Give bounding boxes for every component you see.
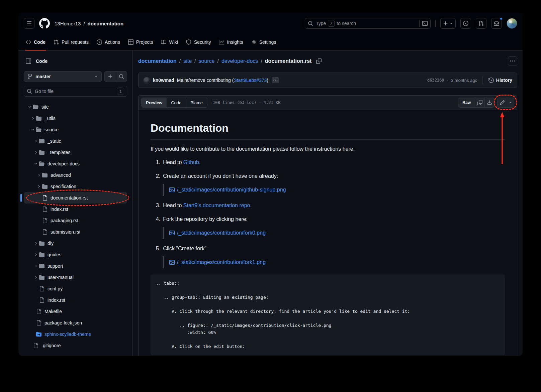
step-number: 4. bbox=[156, 215, 160, 223]
tree-actions-group bbox=[104, 71, 127, 82]
search-placeholder-prefix: Type bbox=[316, 21, 326, 26]
repo-name-link[interactable]: documentation bbox=[88, 21, 124, 26]
breadcrumb-segment-documentation[interactable]: documentation bbox=[138, 58, 177, 64]
branch-row: master bbox=[24, 71, 127, 82]
attachment-blockquote: /_static/images/contribution/fork1.png bbox=[163, 256, 505, 268]
commit-message-link[interactable]: Start9Labs#373 bbox=[234, 78, 267, 83]
more-options-button[interactable] bbox=[508, 56, 517, 66]
tree-item-label: specification bbox=[51, 184, 76, 189]
tree-item-site[interactable]: site bbox=[24, 101, 127, 113]
instruction-step: 2.Create an account if you don't have on… bbox=[156, 172, 505, 196]
breadcrumb-segment-developer-docs[interactable]: developer-docs bbox=[221, 58, 258, 64]
breadcrumb-segment-source[interactable]: source bbox=[198, 58, 214, 64]
tab-label: Security bbox=[194, 39, 211, 45]
breadcrumb-segment-site[interactable]: site bbox=[183, 58, 192, 64]
tab-wiki[interactable]: Wiki bbox=[158, 34, 181, 50]
instruction-list: 1.Head to Github.2.Create an account if … bbox=[156, 158, 505, 268]
table-icon bbox=[128, 39, 133, 45]
tree-item-advanced[interactable]: advanced bbox=[24, 169, 127, 181]
global-search-input[interactable]: Type / to search bbox=[305, 18, 431, 29]
pull-requests-button[interactable] bbox=[476, 18, 486, 29]
tab-actions[interactable]: Actions bbox=[93, 34, 123, 50]
tree-item-documentation.rst[interactable]: documentation.rst bbox=[24, 192, 127, 204]
commit-message-expander-button[interactable] bbox=[272, 77, 279, 83]
history-button[interactable]: History bbox=[488, 78, 512, 83]
commit-message-prefix: Maint/remove contributing ( bbox=[177, 78, 234, 83]
document-intro: If you would like to contribute to the d… bbox=[151, 145, 505, 153]
tab-code[interactable]: Code bbox=[22, 34, 49, 50]
tree-item-submission.rst[interactable]: submission.rst bbox=[24, 226, 127, 238]
command-palette-button[interactable] bbox=[422, 21, 428, 26]
tree-item-label: diy bbox=[48, 241, 54, 246]
tab-pull-requests[interactable]: Pull requests bbox=[50, 34, 92, 50]
edit-actions-group bbox=[497, 98, 514, 108]
edit-dropdown-button[interactable] bbox=[507, 98, 514, 108]
commit-sha-link[interactable]: d632269 bbox=[427, 78, 444, 83]
tree-item-guides[interactable]: guides bbox=[24, 249, 127, 260]
tree-item-index.rst[interactable]: index.rst bbox=[24, 204, 127, 215]
issues-button[interactable] bbox=[460, 18, 471, 29]
tree-item-sphinx-scylladb-theme[interactable]: sphinx-scylladb-theme bbox=[24, 329, 127, 340]
tree-item-_templates[interactable]: _templates bbox=[24, 147, 127, 158]
branch-selector-button[interactable]: master bbox=[24, 71, 102, 82]
step-link[interactable]: Github. bbox=[183, 159, 201, 165]
tab-insights[interactable]: Insights bbox=[215, 34, 246, 50]
commit-author-name[interactable]: kn0wmad bbox=[153, 78, 174, 83]
copy-path-button[interactable] bbox=[315, 57, 323, 65]
tree-item-_utils[interactable]: _utils bbox=[24, 113, 127, 124]
download-icon bbox=[487, 100, 492, 105]
attachment-blockquote: /_static/images/contribution/github-sign… bbox=[163, 184, 505, 196]
tree-item-specification[interactable]: specification bbox=[24, 181, 127, 192]
tree-item-Makefile[interactable]: Makefile bbox=[24, 306, 127, 317]
collapse-sidebar-button[interactable] bbox=[24, 56, 33, 66]
tree-item-conf.py[interactable]: conf.py bbox=[24, 283, 127, 294]
file-tab-code[interactable]: Code bbox=[167, 98, 186, 107]
tree-item-package-lock.json[interactable]: package-lock.json bbox=[24, 317, 127, 329]
tree-item-source[interactable]: source bbox=[24, 124, 127, 135]
image-icon bbox=[169, 187, 175, 192]
search-tree-button[interactable] bbox=[116, 72, 127, 82]
file-toolbar: PreviewCodeBlame 108 lines (63 loc) · 4.… bbox=[139, 96, 517, 110]
tree-item-label: package-lock.json bbox=[44, 320, 82, 325]
tree-item-user-manual[interactable]: user-manual bbox=[24, 272, 127, 283]
path-row: documentation/site/source/developer-docs… bbox=[138, 56, 517, 67]
hamburger-button[interactable] bbox=[24, 18, 34, 29]
copy-raw-button[interactable] bbox=[475, 98, 485, 108]
repo-owner-link[interactable]: 13Homer13 bbox=[55, 21, 81, 26]
slash-key-hint: / bbox=[328, 20, 335, 27]
add-file-button[interactable] bbox=[105, 72, 116, 82]
breadcrumb-separator: / bbox=[261, 58, 262, 64]
attachment-image-link[interactable]: /_static/images/contribution/fork0.png bbox=[177, 229, 266, 237]
inbox-button[interactable] bbox=[491, 18, 502, 29]
tree-item-packaging.rst[interactable]: packaging.rst bbox=[24, 215, 127, 226]
goto-file-input[interactable]: Go to file t bbox=[24, 86, 127, 97]
git-branch-icon bbox=[27, 74, 33, 79]
file-tab-preview[interactable]: Preview bbox=[142, 98, 167, 107]
tree-item-index.rst[interactable]: index.rst bbox=[24, 294, 127, 306]
user-avatar-button[interactable] bbox=[507, 18, 517, 29]
tree-item-diy[interactable]: diy bbox=[24, 238, 127, 249]
step-link[interactable]: Start9's documentation repo. bbox=[183, 203, 252, 208]
attachment-image-link[interactable]: /_static/images/contribution/github-sign… bbox=[177, 186, 286, 194]
command-palette-icon bbox=[422, 21, 428, 26]
file-tab-blame[interactable]: Blame bbox=[186, 98, 207, 107]
breadcrumb-separator: / bbox=[217, 58, 219, 64]
tab-projects[interactable]: Projects bbox=[125, 34, 157, 50]
tab-security[interactable]: Security bbox=[183, 34, 214, 50]
file-box: PreviewCodeBlame 108 lines (63 loc) · 4.… bbox=[138, 95, 517, 356]
rendered-document: Documentation If you would like to contr… bbox=[139, 110, 517, 356]
tab-settings[interactable]: Settings bbox=[248, 34, 280, 50]
search-icon bbox=[119, 74, 124, 79]
create-new-button[interactable] bbox=[440, 18, 456, 29]
tree-item-_static[interactable]: _static bbox=[24, 135, 127, 147]
download-button[interactable] bbox=[484, 98, 494, 108]
tree-item-support[interactable]: support bbox=[24, 260, 127, 272]
tab-label: Actions bbox=[105, 39, 120, 45]
raw-button[interactable]: Raw bbox=[458, 98, 475, 108]
tree-item-.gitignore[interactable]: .gitignore bbox=[24, 340, 127, 351]
tree-item-developer-docs[interactable]: developer-docs bbox=[24, 158, 127, 169]
edit-file-button[interactable] bbox=[497, 98, 507, 108]
tab-label: Wiki bbox=[169, 39, 178, 45]
attachment-image-link[interactable]: /_static/images/contribution/fork1.png bbox=[177, 258, 266, 266]
github-logo-link[interactable] bbox=[39, 18, 50, 29]
